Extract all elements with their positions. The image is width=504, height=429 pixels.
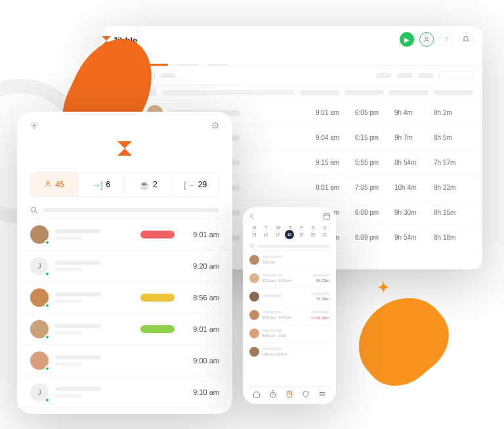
list-item[interactable]: 9:00 am xyxy=(17,344,232,376)
filter-chip[interactable] xyxy=(418,73,434,78)
cell-in: 8:01 am xyxy=(316,184,355,191)
user-icon xyxy=(423,35,430,43)
calendar-date[interactable]: 18 xyxy=(285,230,294,239)
filter-chip[interactable] xyxy=(397,73,413,78)
cell-out: 6:15 pm xyxy=(355,134,394,141)
phone-search xyxy=(249,243,329,249)
bell-icon xyxy=(462,35,470,43)
cell-tracked: 8h 54m xyxy=(394,159,434,166)
cell-out: 6:09 pm xyxy=(355,234,394,241)
notifications-button[interactable] xyxy=(459,32,473,47)
calendar-day-label: T xyxy=(265,225,268,230)
coffee-icon: ☕ xyxy=(139,180,150,190)
status-tab-in[interactable]: 45 xyxy=(31,173,78,196)
decorative-plus-icon: ✦ xyxy=(377,279,389,296)
tab-shield[interactable] xyxy=(302,390,310,400)
clock-in-time: 9:20 am xyxy=(186,262,219,270)
calendar-date[interactable]: 17 xyxy=(273,230,282,239)
filter-row xyxy=(138,66,482,85)
svg-point-0 xyxy=(425,37,428,39)
cell-worked: 8h 15m xyxy=(434,209,473,216)
list-item[interactable]: 9:01 am xyxy=(17,313,232,344)
status-dot xyxy=(45,334,50,340)
list-item[interactable]: 8:56 am - 6:03 pm⟳ 8h 30m xyxy=(248,305,331,324)
cell-in: 9:15 am xyxy=(316,159,355,166)
calendar-day-label: M xyxy=(253,225,256,230)
svg-point-7 xyxy=(250,244,253,247)
activity-pill xyxy=(140,231,175,238)
avatar xyxy=(249,292,259,302)
settings-button[interactable] xyxy=(30,121,38,131)
list-item[interactable]: 9:01 am xyxy=(17,218,232,250)
calendar-date[interactable]: 15 xyxy=(249,230,259,239)
avatar xyxy=(30,320,49,338)
item-text xyxy=(55,229,140,240)
column-header[interactable] xyxy=(345,90,384,95)
column-header[interactable] xyxy=(300,90,339,95)
item-text: 8:56 am - 6:03 pm xyxy=(262,311,308,319)
tab-menu[interactable] xyxy=(318,390,326,400)
cell-worked: 8h 2m xyxy=(434,109,473,116)
hourglass-icon xyxy=(117,141,132,156)
profile-button[interactable] xyxy=(419,32,434,47)
item-text xyxy=(55,355,140,366)
status-tabs: 45 →] 6 ☕ 2 [→ 29 xyxy=(30,172,219,197)
list-item[interactable]: 8:56 am - 6:03 xyxy=(248,324,331,342)
help-button[interactable]: ? xyxy=(439,32,453,47)
list-item[interactable]: 9:13 am xyxy=(17,407,232,409)
status-dot xyxy=(45,271,50,277)
search-input[interactable] xyxy=(258,245,329,248)
status-tab-out[interactable]: [→ 29 xyxy=(172,173,219,196)
list-item[interactable]: 8:56 am xyxy=(17,281,232,313)
status-count: 29 xyxy=(198,180,207,189)
list-item[interactable]: Did not clock in xyxy=(248,342,331,361)
tab-timesheets[interactable] xyxy=(285,390,293,400)
cell-tracked: 9h 54m xyxy=(394,234,434,241)
calendar-date[interactable]: 19 xyxy=(297,230,306,239)
activity-pill xyxy=(140,294,175,302)
search-input[interactable] xyxy=(43,208,219,212)
list-item[interactable]: J9:10 am xyxy=(17,376,232,407)
search-icon[interactable] xyxy=(249,243,255,249)
tablet-device: 45 →] 6 ☕ 2 [→ 29 9:01 amJ9:20 am8:56 am… xyxy=(17,112,232,414)
column-header[interactable] xyxy=(434,90,473,95)
item-text xyxy=(55,324,140,334)
clock-in-button[interactable]: ▶ xyxy=(400,32,414,47)
list-item[interactable]: 9:01 am xyxy=(248,250,331,269)
avatar xyxy=(30,288,49,307)
avatar xyxy=(30,225,49,244)
target-button[interactable] xyxy=(211,121,219,131)
status-dot xyxy=(45,366,50,371)
calendar-date[interactable]: 16 xyxy=(261,230,270,239)
avatar: J xyxy=(30,383,49,401)
calendar-date[interactable]: 21 xyxy=(320,230,329,239)
clock-in-time: 9:01 am xyxy=(186,325,219,333)
cell-worked: 8h 18m xyxy=(434,234,473,241)
status-tab-break[interactable]: ☕ 2 xyxy=(125,173,173,196)
cell-in: 9:04 am xyxy=(316,134,355,141)
status-tab-entered[interactable]: →] 6 xyxy=(78,173,125,196)
cell-tracked: 9h 30m xyxy=(394,209,434,216)
cell-in: 9:01 am xyxy=(316,109,355,116)
cell-out: 6:05 pm xyxy=(355,109,394,116)
list-item[interactable]: J9:20 am xyxy=(17,250,232,281)
filter-chip[interactable] xyxy=(160,73,176,78)
search-icon[interactable] xyxy=(30,206,38,214)
duration: 7h 30m xyxy=(312,292,329,301)
phone-device: MTWTFSS 15161718192021 9:01 am8:56 am - … xyxy=(243,207,336,404)
tab-home[interactable] xyxy=(253,390,261,400)
back-button[interactable] xyxy=(248,212,256,221)
duration: 8h 03m xyxy=(312,274,329,282)
column-header[interactable] xyxy=(389,90,429,95)
tab-timer[interactable] xyxy=(269,390,277,400)
calendar-date[interactable]: 20 xyxy=(308,230,318,239)
chevron-left-icon xyxy=(248,212,256,220)
calendar-button[interactable] xyxy=(323,212,331,221)
status-dot xyxy=(45,240,50,245)
status-count: 2 xyxy=(153,180,158,189)
export-button[interactable] xyxy=(439,71,473,80)
filter-chip[interactable] xyxy=(376,73,392,78)
list-item[interactable]: 8:56 am - 6:03 pm8h 03m xyxy=(248,269,331,287)
status-count: 6 xyxy=(106,180,111,189)
list-item[interactable]: 7h 30m xyxy=(248,287,331,305)
